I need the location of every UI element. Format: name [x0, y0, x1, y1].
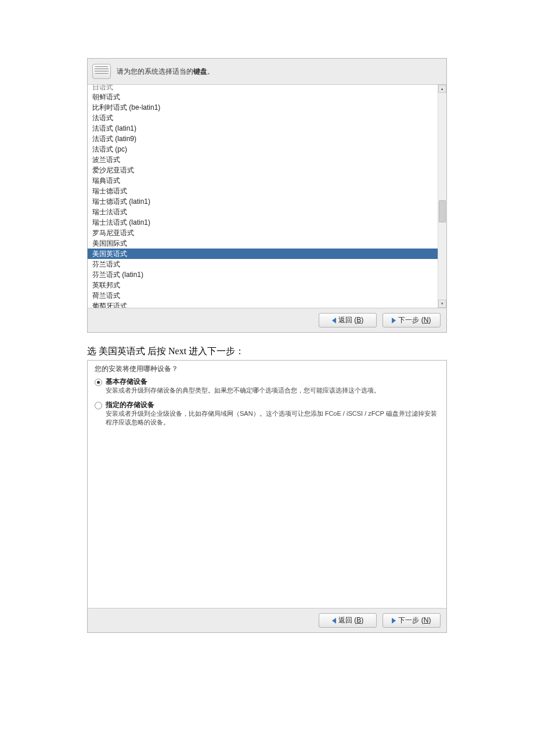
- list-item[interactable]: 法语式 (latin1): [88, 123, 438, 134]
- storage-selection-panel: 您的安装将使用哪种设备？ 基本存储设备 安装或者升级到存储设备的典型类型。如果您…: [87, 360, 447, 633]
- list-item[interactable]: 日语式: [88, 85, 438, 92]
- next-button[interactable]: 下一步 (N): [383, 313, 441, 327]
- radio-option-specified[interactable]: 指定的存储设备 安装或者升级到企业级设备，比如存储局域网（SAN）。这个选项可让…: [95, 401, 439, 427]
- radio-specified-title: 指定的存储设备: [106, 401, 439, 409]
- back-button-2[interactable]: 返回 (B): [319, 613, 377, 628]
- keyboard-list-wrap: 日语式朝鲜语式比利时语式 (be-latin1)法语式法语式 (latin1)法…: [88, 84, 446, 308]
- scroll-track[interactable]: [438, 93, 446, 300]
- scroll-down-button[interactable]: ▾: [438, 300, 446, 308]
- radio-specified-desc: 安装或者升级到企业级设备，比如存储局域网（SAN）。这个选项可让您添加 FCoE…: [106, 409, 439, 427]
- radio-basic-desc: 安装或者升级到存储设备的典型类型。如果您不确定哪个选项适合您，您可能应该选择这个…: [106, 386, 380, 395]
- list-item[interactable]: 比利时语式 (be-latin1): [88, 102, 438, 113]
- radio-specified[interactable]: [95, 402, 102, 409]
- next-button-2[interactable]: 下一步 (N): [383, 613, 441, 628]
- arrow-left-icon: [332, 318, 336, 323]
- list-item[interactable]: 芬兰语式: [88, 259, 438, 269]
- instruction-caption: 选 美国英语式 后按 Next 进入下一步：: [87, 345, 447, 358]
- scroll-up-button[interactable]: ▴: [438, 85, 446, 93]
- arrow-right-icon: [392, 618, 396, 624]
- list-item[interactable]: 法语式 (pc): [88, 144, 438, 154]
- list-item[interactable]: 罗马尼亚语式: [88, 228, 438, 238]
- list-item[interactable]: 葡萄牙语式: [88, 301, 438, 308]
- scrollbar[interactable]: ▴ ▾: [438, 85, 446, 308]
- list-item[interactable]: 芬兰语式 (latin1): [88, 269, 438, 280]
- arrow-right-icon: [392, 318, 396, 323]
- panel-footer: 返回 (B) 下一步 (N): [88, 308, 446, 332]
- storage-question: 您的安装将使用哪种设备？: [95, 364, 439, 374]
- back-button[interactable]: 返回 (B): [319, 313, 377, 327]
- list-item[interactable]: 美国国际式: [88, 238, 438, 249]
- list-item[interactable]: 英联邦式: [88, 280, 438, 290]
- list-item[interactable]: 瑞士法语式: [88, 207, 438, 217]
- panel-header: 请为您的系统选择适当的键盘。: [88, 59, 446, 84]
- list-item[interactable]: 朝鲜语式: [88, 92, 438, 102]
- scroll-thumb[interactable]: [439, 200, 446, 222]
- next-button-label: 下一步 (N): [398, 315, 431, 325]
- radio-basic-text: 基本存储设备 安装或者升级到存储设备的典型类型。如果您不确定哪个选项适合您，您可…: [106, 377, 380, 395]
- back-button-label-2: 返回 (B): [338, 615, 363, 625]
- keyboard-selection-panel: 请为您的系统选择适当的键盘。 日语式朝鲜语式比利时语式 (be-latin1)法…: [87, 58, 447, 333]
- back-button-label: 返回 (B): [338, 315, 363, 325]
- list-item[interactable]: 瑞士德语式 (latin1): [88, 196, 438, 207]
- list-item[interactable]: 瑞士法语式 (latin1): [88, 217, 438, 228]
- list-item[interactable]: 瑞士德语式: [88, 186, 438, 196]
- list-item[interactable]: 荷兰语式: [88, 290, 438, 301]
- header-bold: 键盘: [193, 67, 207, 75]
- keyboard-icon: [92, 64, 111, 79]
- list-item[interactable]: 法语式 (latin9): [88, 134, 438, 144]
- list-item[interactable]: 美国英语式: [88, 249, 438, 259]
- panel-footer-2: 返回 (B) 下一步 (N): [88, 608, 446, 632]
- radio-basic-title: 基本存储设备: [106, 377, 380, 386]
- header-suffix: 。: [207, 67, 214, 75]
- list-item[interactable]: 法语式: [88, 113, 438, 123]
- list-item[interactable]: 爱沙尼亚语式: [88, 165, 438, 175]
- radio-option-basic[interactable]: 基本存储设备 安装或者升级到存储设备的典型类型。如果您不确定哪个选项适合您，您可…: [95, 377, 439, 395]
- radio-basic[interactable]: [95, 379, 102, 386]
- header-prefix: 请为您的系统选择适当的: [117, 67, 193, 75]
- list-item[interactable]: 瑞典语式: [88, 175, 438, 186]
- keyboard-list[interactable]: 日语式朝鲜语式比利时语式 (be-latin1)法语式法语式 (latin1)法…: [88, 85, 438, 308]
- next-button-label-2: 下一步 (N): [398, 615, 431, 625]
- list-item[interactable]: 波兰语式: [88, 154, 438, 165]
- radio-specified-text: 指定的存储设备 安装或者升级到企业级设备，比如存储局域网（SAN）。这个选项可让…: [106, 401, 439, 427]
- panel-header-text: 请为您的系统选择适当的键盘。: [117, 67, 214, 77]
- arrow-left-icon: [332, 618, 336, 624]
